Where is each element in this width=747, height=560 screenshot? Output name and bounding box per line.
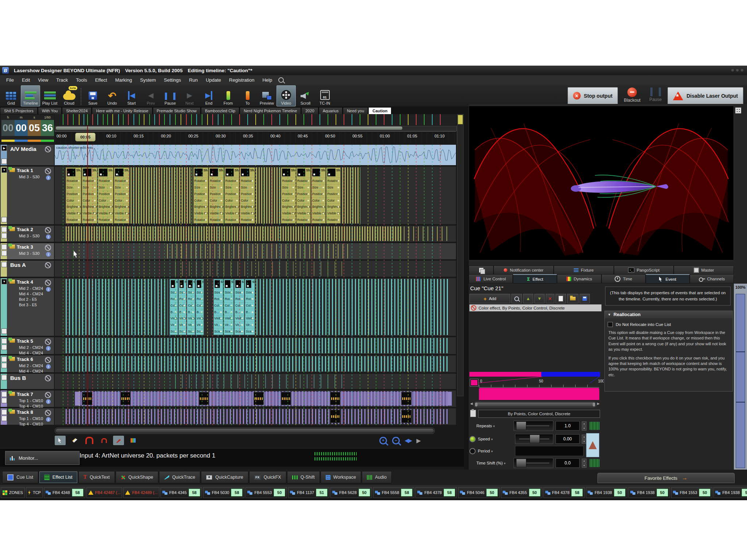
timeline-tab-shit-5-projectors[interactable]: Shit 5 Projectors (0, 107, 38, 114)
bottom-tab-quicktrace[interactable]: QuickTrace (159, 471, 200, 483)
info-icon[interactable]: ! (46, 287, 51, 292)
bottom-tab-effect-list[interactable]: Effect List (39, 471, 78, 483)
save-effect-button[interactable] (580, 294, 590, 303)
info-icon[interactable]: ! (46, 364, 51, 369)
timeline-tab-aquarius[interactable]: Aquarius (319, 107, 342, 114)
tcp-chip[interactable]: TCP (26, 487, 43, 498)
tab-pangoscript[interactable]: >_PangoScript (614, 265, 674, 275)
scroll-button[interactable]: Scroll (296, 85, 315, 106)
track-header-track-7[interactable]: Track 7Top 1 - CM10Top 4 - CM10! (0, 390, 54, 407)
timeline-tab-2020[interactable]: 2020 (301, 107, 318, 114)
info-icon[interactable]: ! (46, 252, 51, 257)
blackout-button[interactable]: Blackout (621, 88, 643, 104)
radio-speed[interactable] (469, 436, 476, 442)
track-check-box[interactable] (1, 375, 7, 380)
tab-copy[interactable] (469, 265, 494, 275)
tab-live-control[interactable]: Live Control (469, 274, 513, 283)
cloud-button[interactable]: betaCloud (59, 85, 79, 106)
track-check-box-2[interactable] (1, 363, 7, 368)
gradient-scroll-left-icon[interactable]: ◀ (470, 402, 473, 405)
track-check-box[interactable] (1, 217, 7, 222)
fb-device-chip[interactable]: FB4 113751 (288, 487, 329, 498)
menu-effect[interactable]: Effect (91, 76, 111, 84)
do-not-relocate-checkbox-row[interactable]: Do Not Relocate into Cue List (608, 322, 729, 327)
track-check-box[interactable] (1, 357, 7, 362)
effect-clip[interactable]: Sh...SizeRot...Col...B...Visib...Vir...S… (170, 279, 178, 335)
shape-clip-thumbnail[interactable]: Shape (281, 392, 291, 405)
fb-device-chip[interactable]: FB4 504650 (458, 487, 500, 498)
slider-handle[interactable] (530, 435, 540, 443)
timeline-tab-nerd-night-pokemon-timeline[interactable]: Nerd Night Pokemon Timeline (240, 107, 301, 114)
open-button[interactable] (567, 294, 578, 303)
param-spinner[interactable]: ▲▼ (582, 459, 587, 468)
slider-handle[interactable] (516, 421, 526, 430)
track-content-track-3[interactable] (55, 243, 456, 259)
menu-track[interactable]: Track (52, 76, 72, 84)
new-button[interactable] (556, 294, 566, 303)
menu-system[interactable]: System (136, 76, 160, 84)
track-expand-box[interactable]: ▼ (1, 167, 7, 173)
shape-clip-thumbnail[interactable] (401, 392, 411, 405)
track-header-track-6[interactable]: Track 6Mid 2 - CM24Mid 4 - CM24! (0, 355, 54, 372)
shape-clip-thumbnail[interactable] (253, 392, 264, 405)
info-icon[interactable]: ! (46, 346, 51, 351)
tab-dynamics[interactable]: Dynamics (557, 274, 601, 283)
wave-icon[interactable] (589, 459, 600, 467)
info-icon[interactable]: ! (46, 399, 51, 404)
effect-list-entry[interactable]: Color effect, By Points, Color Control, … (469, 304, 601, 311)
start-button[interactable]: ◀Start (122, 85, 141, 106)
track-check-box[interactable] (1, 159, 7, 164)
effect-clip[interactable]: Sh...RotationSizePositionColorBrightness… (311, 167, 326, 223)
effect-clip[interactable]: Sh...RotationSizePositionColorBrightness… (209, 167, 224, 223)
timeline-next-button[interactable]: ▶ (417, 437, 421, 444)
timeline-button[interactable]: Timeline (21, 85, 40, 106)
bottom-tab-q-shift[interactable]: Q-Shift (287, 471, 320, 483)
param-slider[interactable] (514, 421, 553, 431)
timeline-range-bar[interactable] (55, 126, 457, 131)
pause-button[interactable]: Pause (646, 88, 665, 104)
track-header-track-8[interactable]: Track 8Top 1 - CM10Top 4 - CM10! (0, 408, 54, 425)
magnet-sm-tool-button[interactable] (98, 436, 109, 445)
track-expand-box[interactable]: ▼ (1, 279, 7, 284)
menu-run[interactable]: Run (185, 76, 202, 84)
track-header-track-2[interactable]: Track 2Mid 3 - S30! (0, 226, 54, 242)
no-entry-icon[interactable] (45, 262, 51, 268)
prev-button[interactable]: ◀Prev (141, 85, 160, 106)
timeline-zoom-out-button[interactable]: − (392, 437, 400, 444)
magnet-tool-button[interactable] (84, 436, 95, 445)
delete-button[interactable]: × (546, 294, 554, 303)
time-ruler[interactable]: 00:0000:0500:1000:1500:2000:2500:3000:35… (55, 131, 456, 144)
spin-up-icon[interactable]: ▲ (582, 459, 587, 463)
preview-zoom-strip[interactable]: 100% (734, 284, 747, 470)
menu-help[interactable]: Help (258, 76, 276, 84)
timeline-tab-premade-studio-show[interactable]: Premade Studio Show (153, 107, 201, 114)
wave-icon[interactable] (589, 421, 600, 430)
shape-clip-thumbnail[interactable] (330, 392, 340, 405)
spin-up-icon[interactable]: ▲ (582, 421, 587, 426)
fb-device-chip[interactable]: FB4 562850 (330, 487, 372, 498)
track-content-track-2[interactable] (55, 226, 456, 242)
grid-button[interactable]: Grid (1, 85, 21, 106)
undo-button[interactable]: ↶Undo (102, 85, 122, 106)
track-check-box[interactable] (1, 409, 7, 415)
spin-down-icon[interactable]: ▼ (582, 463, 587, 468)
search-button[interactable] (511, 294, 522, 303)
fb-device-chip[interactable]: FB4 193850 (586, 487, 627, 498)
effect-clip[interactable]: Sh...SizeRot...Col...B...Visib...Vir...S… (187, 279, 195, 335)
cursor-tool-button[interactable] (55, 436, 66, 445)
track-content-track-7[interactable]: ShapeShapeShape (55, 390, 456, 407)
info-icon[interactable]: ! (46, 234, 51, 239)
tab-master[interactable]: Master (674, 265, 734, 275)
track-content-track-6[interactable] (55, 355, 456, 372)
fb-device-chip[interactable]: FB4 555858 (373, 487, 415, 498)
effect-clip[interactable]: Sh...RotationSizePositionColorBrightness… (98, 167, 113, 223)
favorite-effects-button[interactable]: Favorite Effects → (597, 473, 735, 483)
effect-clip[interactable]: Sh...SizeRot...Col...B...Visib...Vir...S… (224, 279, 234, 335)
param-spinner[interactable]: ▲▼ (582, 421, 587, 431)
fb-device-chip[interactable]: FB4 555350 (245, 487, 287, 498)
stop-output-button[interactable]: ×Stop output (568, 87, 618, 105)
no-entry-icon[interactable] (45, 227, 51, 233)
fb-device-chip[interactable]: FB4 193850 (713, 487, 747, 498)
track-header-bus-b[interactable]: Bus B (0, 374, 54, 389)
video-button[interactable]: Video (276, 85, 296, 106)
